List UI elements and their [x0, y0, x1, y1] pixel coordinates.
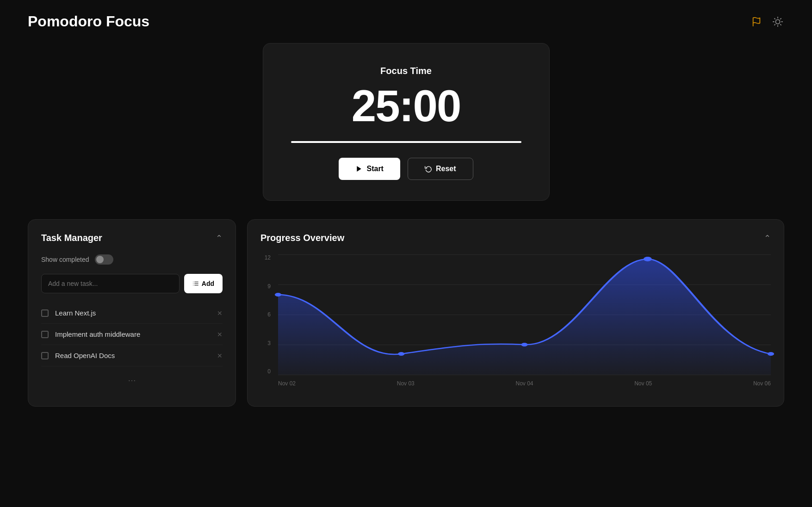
task-item: Learn Next.js ✕	[41, 303, 223, 324]
add-task-input[interactable]	[41, 274, 180, 293]
task-checkbox-1[interactable]	[41, 309, 49, 317]
task-checkbox-2[interactable]	[41, 331, 49, 338]
start-button[interactable]: Start	[339, 158, 400, 180]
chart-y-axis: 12 9 6 3 0	[260, 254, 274, 375]
task-text-3: Read OpenAI Docs	[55, 352, 115, 359]
task-text-1: Learn Next.js	[55, 309, 96, 317]
progress-overview-header: Progress Overview ⌃	[260, 233, 771, 243]
progress-overview-collapse-icon[interactable]: ⌃	[764, 233, 771, 243]
svg-marker-10	[357, 166, 361, 172]
task-remove-3[interactable]: ✕	[217, 352, 223, 359]
task-checkbox-3[interactable]	[41, 352, 49, 359]
svg-line-4	[775, 18, 775, 19]
play-icon	[355, 165, 363, 173]
timer-progress-bar	[291, 141, 521, 143]
reset-button[interactable]: Reset	[408, 158, 473, 180]
task-item: Read OpenAI Docs ✕	[41, 345, 223, 366]
task-manager-panel: Task Manager ⌃ Show completed Add	[28, 219, 236, 407]
svg-point-20	[644, 257, 652, 261]
add-task-button[interactable]: Add	[184, 274, 223, 293]
chart-area: 12 9 6 3 0	[260, 254, 771, 393]
progress-overview-title: Progress Overview	[260, 233, 344, 243]
task-text-2: Implement auth middleware	[55, 330, 140, 338]
show-completed-row: Show completed	[41, 254, 223, 265]
y-label-3: 3	[267, 340, 271, 346]
svg-point-21	[768, 352, 774, 356]
y-label-9: 9	[267, 283, 271, 290]
reset-icon	[425, 165, 432, 173]
y-label-6: 6	[267, 311, 271, 318]
chart-svg	[278, 254, 771, 375]
progress-overview-panel: Progress Overview ⌃ 12 9 6 3 0	[247, 219, 784, 407]
x-label-nov05: Nov 05	[634, 380, 652, 387]
show-more-button[interactable]: …	[41, 374, 223, 383]
header: Pomodoro Focus	[0, 0, 812, 43]
svg-line-9	[781, 18, 781, 19]
timer-buttons: Start Reset	[339, 158, 473, 180]
svg-line-5	[781, 24, 781, 25]
timer-label: Focus Time	[380, 66, 432, 76]
chart-body	[278, 254, 771, 375]
app-title: Pomodoro Focus	[28, 13, 149, 30]
y-label-12: 12	[265, 254, 271, 261]
x-label-nov04: Nov 04	[515, 380, 533, 387]
task-manager-collapse-icon[interactable]: ⌃	[216, 233, 223, 243]
header-icons	[750, 15, 784, 28]
svg-point-17	[275, 293, 281, 297]
y-label-0: 0	[267, 368, 271, 375]
task-remove-2[interactable]: ✕	[217, 331, 223, 338]
task-manager-title: Task Manager	[41, 233, 102, 243]
task-manager-header: Task Manager ⌃	[41, 233, 223, 243]
toggle-knob	[96, 256, 104, 263]
timer-card: Focus Time 25:00 Start Reset	[263, 43, 550, 201]
show-completed-toggle[interactable]	[95, 254, 113, 265]
bottom-panels: Task Manager ⌃ Show completed Add	[28, 219, 784, 407]
task-list: Learn Next.js ✕ Implement auth middlewar…	[41, 303, 223, 366]
timer-display: 25:00	[352, 84, 461, 128]
x-label-nov02: Nov 02	[278, 380, 296, 387]
show-completed-label: Show completed	[41, 256, 89, 263]
svg-point-19	[521, 343, 527, 346]
task-remove-1[interactable]: ✕	[217, 310, 223, 316]
flag-icon[interactable]	[750, 15, 763, 28]
settings-icon[interactable]	[771, 15, 784, 28]
svg-line-8	[775, 24, 775, 25]
x-label-nov06: Nov 06	[753, 380, 771, 387]
task-item: Implement auth middleware ✕	[41, 324, 223, 345]
x-label-nov03: Nov 03	[397, 380, 415, 387]
svg-point-1	[775, 19, 780, 24]
list-icon	[192, 280, 199, 287]
add-task-row: Add	[41, 274, 223, 293]
svg-point-18	[398, 352, 404, 356]
chart-x-axis: Nov 02 Nov 03 Nov 04 Nov 05 Nov 06	[278, 377, 771, 393]
